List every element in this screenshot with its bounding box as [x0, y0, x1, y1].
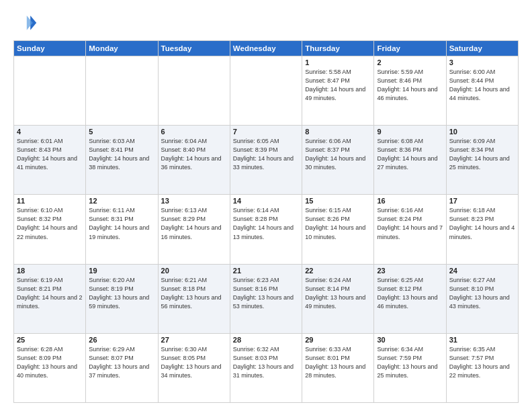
day-info: Sunrise: 6:05 AM Sunset: 8:39 PM Dayligh… [233, 137, 299, 172]
weekday-header-wednesday: Wednesday [230, 41, 302, 56]
calendar-cell: 6Sunrise: 6:04 AM Sunset: 8:40 PM Daylig… [158, 126, 230, 195]
week-row-0: 1Sunrise: 5:58 AM Sunset: 8:47 PM Daylig… [14, 56, 519, 126]
day-number: 16 [377, 197, 443, 205]
calendar-cell: 24Sunrise: 6:27 AM Sunset: 8:10 PM Dayli… [446, 264, 518, 333]
day-number: 19 [89, 267, 154, 275]
calendar-cell: 23Sunrise: 6:25 AM Sunset: 8:12 PM Dayli… [374, 264, 446, 333]
calendar-cell [86, 56, 158, 126]
calendar-cell: 8Sunrise: 6:06 AM Sunset: 8:37 PM Daylig… [302, 126, 374, 195]
day-number: 22 [305, 267, 371, 275]
calendar-cell: 29Sunrise: 6:33 AM Sunset: 8:01 PM Dayli… [302, 333, 374, 402]
calendar-cell: 21Sunrise: 6:23 AM Sunset: 8:16 PM Dayli… [230, 264, 302, 333]
calendar-cell: 14Sunrise: 6:14 AM Sunset: 8:28 PM Dayli… [230, 195, 302, 264]
day-info: Sunrise: 6:28 AM Sunset: 8:09 PM Dayligh… [17, 345, 83, 380]
day-info: Sunrise: 5:59 AM Sunset: 8:46 PM Dayligh… [377, 68, 443, 103]
day-info: Sunrise: 6:20 AM Sunset: 8:19 PM Dayligh… [89, 276, 154, 311]
day-info: Sunrise: 6:09 AM Sunset: 8:34 PM Dayligh… [449, 137, 515, 172]
weekday-header-row: SundayMondayTuesdayWednesdayThursdayFrid… [14, 41, 519, 56]
day-info: Sunrise: 6:13 AM Sunset: 8:29 PM Dayligh… [161, 206, 227, 241]
calendar-cell: 5Sunrise: 6:03 AM Sunset: 8:41 PM Daylig… [86, 126, 158, 195]
weekday-header-saturday: Saturday [446, 41, 518, 56]
day-info: Sunrise: 5:58 AM Sunset: 8:47 PM Dayligh… [305, 68, 371, 103]
calendar-cell: 26Sunrise: 6:29 AM Sunset: 8:07 PM Dayli… [86, 333, 158, 402]
calendar-cell [230, 56, 302, 126]
day-number: 6 [161, 128, 227, 136]
calendar-cell: 7Sunrise: 6:05 AM Sunset: 8:39 PM Daylig… [230, 126, 302, 195]
calendar-cell: 9Sunrise: 6:08 AM Sunset: 8:36 PM Daylig… [374, 126, 446, 195]
calendar-cell: 19Sunrise: 6:20 AM Sunset: 8:19 PM Dayli… [86, 264, 158, 333]
day-info: Sunrise: 6:16 AM Sunset: 8:24 PM Dayligh… [377, 206, 443, 241]
week-row-2: 11Sunrise: 6:10 AM Sunset: 8:32 PM Dayli… [14, 195, 519, 264]
day-number: 27 [161, 336, 227, 344]
calendar-cell: 11Sunrise: 6:10 AM Sunset: 8:32 PM Dayli… [14, 195, 86, 264]
day-number: 30 [377, 336, 443, 344]
logo-icon [13, 11, 38, 35]
day-number: 9 [377, 128, 443, 136]
calendar-cell: 30Sunrise: 6:34 AM Sunset: 7:59 PM Dayli… [374, 333, 446, 402]
day-number: 25 [17, 336, 83, 344]
day-number: 21 [233, 267, 299, 275]
calendar-cell: 31Sunrise: 6:35 AM Sunset: 7:57 PM Dayli… [446, 333, 518, 402]
day-info: Sunrise: 6:11 AM Sunset: 8:31 PM Dayligh… [89, 206, 154, 241]
day-info: Sunrise: 6:04 AM Sunset: 8:40 PM Dayligh… [161, 137, 227, 172]
day-info: Sunrise: 6:10 AM Sunset: 8:32 PM Dayligh… [17, 206, 83, 241]
day-number: 13 [161, 197, 227, 205]
calendar-cell: 17Sunrise: 6:18 AM Sunset: 8:23 PM Dayli… [446, 195, 518, 264]
calendar-cell: 18Sunrise: 6:19 AM Sunset: 8:21 PM Dayli… [14, 264, 86, 333]
logo [13, 11, 40, 35]
weekday-header-friday: Friday [374, 41, 446, 56]
day-number: 18 [17, 267, 83, 275]
week-row-1: 4Sunrise: 6:01 AM Sunset: 8:43 PM Daylig… [14, 126, 519, 195]
day-info: Sunrise: 6:14 AM Sunset: 8:28 PM Dayligh… [233, 206, 299, 241]
day-info: Sunrise: 6:34 AM Sunset: 7:59 PM Dayligh… [377, 345, 443, 380]
day-number: 3 [449, 58, 515, 66]
day-number: 8 [305, 128, 371, 136]
day-number: 26 [89, 336, 154, 344]
page: SundayMondayTuesdayWednesdayThursdayFrid… [0, 0, 532, 411]
day-number: 4 [17, 128, 83, 136]
day-number: 7 [233, 128, 299, 136]
calendar-cell: 28Sunrise: 6:32 AM Sunset: 8:03 PM Dayli… [230, 333, 302, 402]
day-info: Sunrise: 6:15 AM Sunset: 8:26 PM Dayligh… [305, 206, 371, 241]
calendar-cell: 25Sunrise: 6:28 AM Sunset: 8:09 PM Dayli… [14, 333, 86, 402]
calendar-cell: 15Sunrise: 6:15 AM Sunset: 8:26 PM Dayli… [302, 195, 374, 264]
day-info: Sunrise: 6:06 AM Sunset: 8:37 PM Dayligh… [305, 137, 371, 172]
calendar-cell: 22Sunrise: 6:24 AM Sunset: 8:14 PM Dayli… [302, 264, 374, 333]
week-row-4: 25Sunrise: 6:28 AM Sunset: 8:09 PM Dayli… [14, 333, 519, 402]
day-number: 17 [449, 197, 515, 205]
day-info: Sunrise: 6:00 AM Sunset: 8:44 PM Dayligh… [449, 68, 515, 103]
day-number: 1 [305, 58, 371, 66]
weekday-header-tuesday: Tuesday [158, 41, 230, 56]
day-number: 11 [17, 197, 83, 205]
day-number: 5 [89, 128, 154, 136]
day-info: Sunrise: 6:23 AM Sunset: 8:16 PM Dayligh… [233, 276, 299, 311]
calendar-cell: 1Sunrise: 5:58 AM Sunset: 8:47 PM Daylig… [302, 56, 374, 126]
week-row-3: 18Sunrise: 6:19 AM Sunset: 8:21 PM Dayli… [14, 264, 519, 333]
day-info: Sunrise: 6:24 AM Sunset: 8:14 PM Dayligh… [305, 276, 371, 311]
day-number: 28 [233, 336, 299, 344]
day-info: Sunrise: 6:21 AM Sunset: 8:18 PM Dayligh… [161, 276, 227, 311]
day-number: 15 [305, 197, 371, 205]
weekday-header-monday: Monday [86, 41, 158, 56]
calendar-cell: 2Sunrise: 5:59 AM Sunset: 8:46 PM Daylig… [374, 56, 446, 126]
day-number: 23 [377, 267, 443, 275]
calendar-cell: 16Sunrise: 6:16 AM Sunset: 8:24 PM Dayli… [374, 195, 446, 264]
day-info: Sunrise: 6:18 AM Sunset: 8:23 PM Dayligh… [449, 206, 515, 241]
calendar-cell [14, 56, 86, 126]
day-number: 10 [449, 128, 515, 136]
day-number: 2 [377, 58, 443, 66]
day-number: 24 [449, 267, 515, 275]
calendar: SundayMondayTuesdayWednesdayThursdayFrid… [13, 40, 519, 403]
day-info: Sunrise: 6:33 AM Sunset: 8:01 PM Dayligh… [305, 345, 371, 380]
weekday-header-thursday: Thursday [302, 41, 374, 56]
day-info: Sunrise: 6:08 AM Sunset: 8:36 PM Dayligh… [377, 137, 443, 172]
day-info: Sunrise: 6:30 AM Sunset: 8:05 PM Dayligh… [161, 345, 227, 380]
header [13, 11, 519, 35]
day-number: 20 [161, 267, 227, 275]
calendar-cell: 20Sunrise: 6:21 AM Sunset: 8:18 PM Dayli… [158, 264, 230, 333]
day-info: Sunrise: 6:32 AM Sunset: 8:03 PM Dayligh… [233, 345, 299, 380]
day-info: Sunrise: 6:35 AM Sunset: 7:57 PM Dayligh… [449, 345, 515, 380]
day-number: 14 [233, 197, 299, 205]
calendar-cell: 10Sunrise: 6:09 AM Sunset: 8:34 PM Dayli… [446, 126, 518, 195]
calendar-cell: 4Sunrise: 6:01 AM Sunset: 8:43 PM Daylig… [14, 126, 86, 195]
